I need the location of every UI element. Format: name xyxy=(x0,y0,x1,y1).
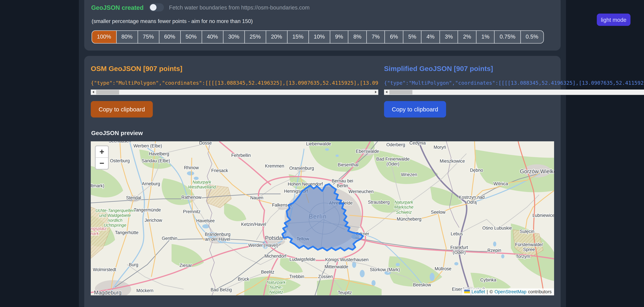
scroll-left-icon[interactable] xyxy=(384,90,389,95)
map-label: Havelsee xyxy=(196,218,215,223)
map-label: Biesenthal xyxy=(338,162,358,167)
percent-option-40%[interactable]: 40% xyxy=(202,30,223,44)
map-label: ark (Altmark) xyxy=(91,183,104,188)
map-label: Strausberg xyxy=(368,200,390,204)
map-label: Fehrbellin xyxy=(231,153,251,158)
map-label: Trebbin xyxy=(290,274,304,279)
map-label: Ziesar xyxy=(180,263,192,268)
map-label: Müncheberg xyxy=(397,216,422,221)
map-zoom-control: + − xyxy=(95,145,109,170)
map-label: Werder (Havel) xyxy=(248,242,278,248)
simplified-geojson-panel: Simplified GeoJSON [907 points] {"type":… xyxy=(384,57,644,117)
map-label: Michendorf xyxy=(264,253,286,258)
scrollbar-thumb[interactable] xyxy=(389,90,412,94)
map-label: Premnitz xyxy=(183,209,201,214)
map-label: Liebenwalde xyxy=(306,141,331,146)
map-label: Tangermünde xyxy=(134,207,161,212)
map-label: Brandenburgan der Havel xyxy=(205,232,230,242)
toggle-knob-icon xyxy=(150,4,156,11)
percent-option-1%[interactable]: 1% xyxy=(476,30,495,44)
map-label: NaturparkMärkischeSchweiz xyxy=(394,200,414,214)
map-label: Cybinka xyxy=(480,277,496,282)
osm-horizontal-scrollbar[interactable] xyxy=(91,90,378,95)
zoom-out-button[interactable]: − xyxy=(96,158,108,169)
percent-option-3%[interactable]: 3% xyxy=(440,30,458,44)
map-label: Tangerhütte xyxy=(115,230,138,235)
zoom-in-button[interactable]: + xyxy=(96,146,108,158)
copy-simplified-button[interactable]: Copy to clipboard xyxy=(384,101,446,117)
map-label: Rzepin xyxy=(487,248,501,252)
percent-option-8%[interactable]: 8% xyxy=(348,30,367,44)
map-label: Rhinow xyxy=(184,165,199,170)
attribution-suffix: contributors xyxy=(528,289,552,294)
map-label: Osterburg xyxy=(110,158,130,163)
simplified-horizontal-scrollbar[interactable] xyxy=(384,90,644,95)
percent-option-80%[interactable]: 80% xyxy=(116,30,138,44)
leaflet-link[interactable]: Leaflet xyxy=(472,289,485,294)
map-label: Witnica xyxy=(494,181,508,186)
percent-option-0.5%[interactable]: 0.5% xyxy=(520,30,544,44)
map-label: Stendal xyxy=(126,195,141,200)
percent-option-20%[interactable]: 20% xyxy=(266,30,288,44)
percent-option-5%[interactable]: 5% xyxy=(403,30,422,44)
openstreetmap-link[interactable]: OpenStreetMap xyxy=(494,289,526,294)
map-label: Bad Belzig xyxy=(210,287,232,292)
map-label: Jerichow xyxy=(145,218,162,223)
percent-option-7%[interactable]: 7% xyxy=(366,30,385,44)
map-label: Kremmen xyxy=(265,163,284,168)
map-label: Brück xyxy=(238,276,249,281)
percent-option-10%[interactable]: 10% xyxy=(308,30,330,44)
map-label: Frankfurt(Oder) xyxy=(450,244,468,254)
map-label: Magdeburg xyxy=(94,290,122,295)
copy-osm-button[interactable]: Copy to clipboard xyxy=(91,101,153,117)
map-label: Ludwigsfelde xyxy=(290,256,316,262)
map-label: Ketzin/Havel xyxy=(241,222,266,227)
water-boundaries-toggle-label: Fetch water boundaries from https://osm-… xyxy=(169,4,310,10)
map-label: Havelberg xyxy=(149,151,169,156)
scroll-right-icon[interactable] xyxy=(374,90,378,95)
map-label: Teupitz xyxy=(338,290,352,295)
percent-option-75%[interactable]: 75% xyxy=(138,30,159,44)
map-label: Königs Wusterhausen xyxy=(325,257,369,262)
copyright-symbol: © xyxy=(490,289,493,294)
map-label: Cedynia xyxy=(410,141,426,146)
osm-geojson-panel: OSM GeoJSON [907 points] {"type":"MultiP… xyxy=(91,57,378,117)
geojson-columns: OSM GeoJSON [907 points] {"type":"MultiP… xyxy=(91,57,554,117)
map-label: Nauen xyxy=(250,195,263,200)
map-label: Sandau (Elbe) xyxy=(142,158,170,163)
percent-option-4%[interactable]: 4% xyxy=(421,30,440,44)
map-canvas: SeehausenWerben (Elbe)HavelbergDosseFehr… xyxy=(91,141,554,295)
scroll-left-icon[interactable] xyxy=(91,90,96,95)
map-label: Dosse xyxy=(199,141,212,146)
map-label: Müllrose xyxy=(434,266,451,271)
map-label: Ośno Lubuskie xyxy=(482,225,512,230)
status-text: GeoJSON created xyxy=(91,4,144,11)
map-attribution: Leaflet | © OpenStreetMap contributors xyxy=(462,288,554,295)
scrollbar-thumb[interactable] xyxy=(96,90,119,94)
preview-title: GeoJSON preview xyxy=(91,130,554,136)
map-label: Torzym xyxy=(516,254,530,259)
simplified-geojson-text: {"type":"MultiPolygon","coordinates":[[[… xyxy=(384,80,644,86)
water-boundaries-toggle[interactable] xyxy=(149,3,164,12)
percent-option-50%[interactable]: 50% xyxy=(180,30,202,44)
percent-option-6%[interactable]: 6% xyxy=(384,30,403,44)
percent-option-9%[interactable]: 9% xyxy=(330,30,348,44)
map-label: Moryń xyxy=(434,144,446,150)
map-label: Wolmirstedt xyxy=(93,267,116,272)
percent-option-100%[interactable]: 100% xyxy=(92,30,116,44)
percent-option-0.75%[interactable]: 0.75% xyxy=(494,30,520,44)
percent-option-30%[interactable]: 30% xyxy=(223,30,245,44)
light-mode-button[interactable]: light mode xyxy=(597,14,630,26)
percent-option-2%[interactable]: 2% xyxy=(458,30,476,44)
map[interactable]: SeehausenWerben (Elbe)HavelbergDosseFehr… xyxy=(91,141,554,295)
map-label: Storkow (Mark) xyxy=(370,267,400,272)
map-label: Mittenwalde xyxy=(324,264,348,269)
percentage-hint: (smaller percentage means fewer points -… xyxy=(92,18,554,24)
percent-option-60%[interactable]: 60% xyxy=(159,30,180,44)
map-label: Beeskow xyxy=(413,282,431,287)
percent-option-15%[interactable]: 15% xyxy=(287,30,309,44)
map-label: Mieszkowice xyxy=(440,158,465,164)
map-label: Oderberg xyxy=(386,142,405,147)
percent-option-25%[interactable]: 25% xyxy=(244,30,266,44)
settings-card: GeoJSON created Fetch water boundaries f… xyxy=(84,0,561,50)
